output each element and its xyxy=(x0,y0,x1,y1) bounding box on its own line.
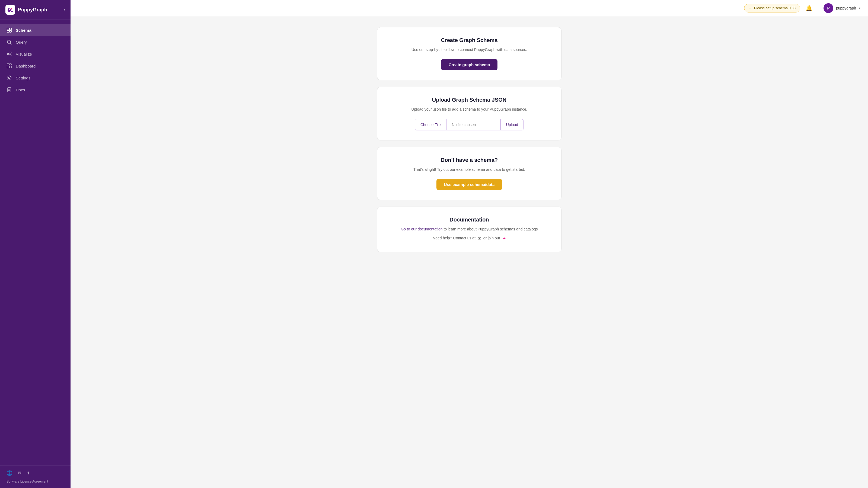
notification-bell-icon[interactable]: 🔔 xyxy=(806,5,812,11)
username-label: puppygraph xyxy=(836,6,856,10)
globe-icon[interactable]: 🌐 xyxy=(6,470,12,476)
create-schema-title: Create Graph Schema xyxy=(388,37,550,43)
dots-icon: ··· xyxy=(749,6,752,10)
sidebar-item-docs-label: Docs xyxy=(16,88,25,92)
sidebar-item-schema-label: Schema xyxy=(16,28,31,33)
create-schema-card: Create Graph Schema Use our step-by-step… xyxy=(377,27,561,80)
svg-rect-17 xyxy=(9,66,11,68)
example-schema-card: Don't have a schema? That's alright! Try… xyxy=(377,147,561,200)
slack-icon[interactable]: ✦ xyxy=(26,470,30,476)
example-schema-desc: That's alright! Try out our example sche… xyxy=(388,166,550,172)
logo-area: PuppyGraph xyxy=(5,5,47,14)
user-menu[interactable]: P puppygraph ▾ xyxy=(824,3,860,13)
main-area: ··· Please setup schema 0.38 🔔 P puppygr… xyxy=(70,0,868,488)
sidebar-item-settings-label: Settings xyxy=(16,76,30,80)
footer-icons: 🌐 ✉ ✦ xyxy=(6,470,64,476)
mail-icon[interactable]: ✉ xyxy=(18,470,22,476)
documentation-link[interactable]: Go to our documentation xyxy=(401,227,442,231)
dashboard-icon xyxy=(6,63,12,69)
setup-badge: ··· Please setup schema 0.38 xyxy=(744,4,800,12)
topbar-divider xyxy=(818,4,818,12)
doc-text-content: to learn more about PuppyGraph schemas a… xyxy=(443,227,538,231)
contact-text-row: Need help? Contact us at ✉ or join our ✦ xyxy=(388,235,550,242)
chevron-down-icon: ▾ xyxy=(859,6,860,10)
example-schema-title: Don't have a schema? xyxy=(388,157,550,163)
svg-rect-3 xyxy=(7,28,9,30)
svg-point-2 xyxy=(10,8,12,9)
user-avatar: P xyxy=(824,3,833,13)
community-icon[interactable]: ✦ xyxy=(502,235,506,242)
svg-rect-6 xyxy=(9,30,11,32)
visualize-icon xyxy=(6,51,12,57)
schema-icon xyxy=(6,27,12,33)
upload-schema-title: Upload Graph Schema JSON xyxy=(388,97,550,103)
svg-point-9 xyxy=(7,54,9,55)
upload-button[interactable]: Upload xyxy=(501,119,524,130)
upload-schema-card: Upload Graph Schema JSON Upload your .js… xyxy=(377,87,561,140)
sidebar-item-visualize[interactable]: Visualize xyxy=(0,48,70,60)
contact-label: Need help? Contact us at xyxy=(433,236,475,240)
setup-badge-text: Please setup schema 0.38 xyxy=(754,6,796,10)
sidebar-item-docs[interactable]: Docs xyxy=(0,84,70,96)
query-icon xyxy=(6,39,12,45)
svg-point-11 xyxy=(10,55,11,56)
svg-point-10 xyxy=(10,52,11,54)
svg-point-7 xyxy=(7,40,10,43)
svg-rect-4 xyxy=(9,28,11,30)
sidebar-item-settings[interactable]: Settings xyxy=(0,72,70,84)
documentation-card: Documentation Go to our documentation to… xyxy=(377,206,561,252)
settings-icon xyxy=(6,75,12,80)
sidebar-item-visualize-label: Visualize xyxy=(16,52,32,56)
sidebar: PuppyGraph ‹ Schema Query xyxy=(0,0,70,488)
choose-file-button[interactable]: Choose File xyxy=(415,119,446,130)
svg-rect-15 xyxy=(9,64,11,65)
file-name-display: No file chosen xyxy=(446,119,501,130)
docs-icon xyxy=(6,87,12,93)
file-upload-row: Choose File No file chosen Upload xyxy=(415,119,524,130)
svg-point-1 xyxy=(9,9,10,10)
documentation-title: Documentation xyxy=(388,217,550,223)
upload-schema-desc: Upload your .json file to add a schema t… xyxy=(388,106,550,112)
svg-rect-16 xyxy=(7,66,9,68)
use-example-schema-button[interactable]: Use example schema/data xyxy=(436,179,502,190)
sidebar-nav: Schema Query Visualize xyxy=(0,20,70,465)
svg-line-8 xyxy=(10,43,11,44)
license-link[interactable]: Software License Agreement xyxy=(6,480,48,483)
svg-line-13 xyxy=(9,54,10,55)
svg-point-18 xyxy=(8,77,10,78)
svg-rect-14 xyxy=(7,64,9,65)
app-name: PuppyGraph xyxy=(18,7,47,13)
main-content: Create Graph Schema Use our step-by-step… xyxy=(70,16,868,488)
create-graph-schema-button[interactable]: Create graph schema xyxy=(441,59,498,70)
join-text: or join our xyxy=(484,236,500,240)
email-icon[interactable]: ✉ xyxy=(478,235,481,242)
sidebar-header: PuppyGraph ‹ xyxy=(0,0,70,20)
collapse-sidebar-button[interactable]: ‹ xyxy=(63,7,65,13)
documentation-text: Go to our documentation to learn more ab… xyxy=(388,226,550,233)
sidebar-item-query[interactable]: Query xyxy=(0,36,70,48)
svg-rect-5 xyxy=(7,30,9,32)
create-schema-desc: Use our step-by-step flow to connect Pup… xyxy=(388,46,550,53)
sidebar-item-dashboard-label: Dashboard xyxy=(16,64,35,68)
sidebar-item-query-label: Query xyxy=(16,40,27,44)
puppygraph-logo-icon xyxy=(5,5,15,14)
sidebar-footer: 🌐 ✉ ✦ Software License Agreement xyxy=(0,465,70,488)
sidebar-item-dashboard[interactable]: Dashboard xyxy=(0,60,70,72)
svg-line-12 xyxy=(9,53,10,54)
topbar: ··· Please setup schema 0.38 🔔 P puppygr… xyxy=(70,0,868,16)
sidebar-item-schema[interactable]: Schema xyxy=(0,24,70,36)
